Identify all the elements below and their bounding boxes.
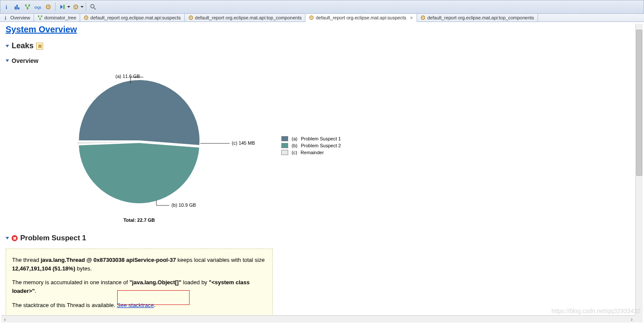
- tab-3[interactable]: default_report org.eclipse.mat.api:top_c…: [185, 14, 306, 22]
- svg-point-5: [28, 4, 30, 6]
- run-query-button[interactable]: [58, 2, 67, 12]
- tab-label: default_report org.eclipse.mat.api:suspe…: [90, 15, 181, 20]
- tab-label: Overview: [10, 15, 30, 20]
- toolbar: i OQL: [0, 0, 644, 14]
- tab-1[interactable]: dominator_tree: [34, 14, 80, 22]
- tab-5[interactable]: default_report org.eclipse.mat.api:top_c…: [417, 14, 538, 22]
- gear-button[interactable]: [44, 2, 53, 12]
- tab-0[interactable]: iOverview: [0, 14, 34, 22]
- gear2-button[interactable]: [71, 2, 81, 12]
- svg-rect-2: [16, 5, 18, 9]
- svg-point-26: [423, 17, 424, 19]
- toolbar-separator: [55, 3, 56, 11]
- run-query-menu[interactable]: [67, 2, 70, 12]
- tab-2[interactable]: default_report org.eclipse.mat.api:suspe…: [80, 14, 185, 22]
- svg-point-17: [41, 16, 43, 17]
- close-icon[interactable]: ✕: [410, 16, 413, 20]
- search-button[interactable]: [88, 2, 98, 12]
- svg-point-13: [91, 5, 94, 8]
- svg-text:OQL: OQL: [34, 6, 41, 9]
- histogram-button[interactable]: [12, 2, 22, 12]
- svg-point-24: [311, 17, 312, 19]
- svg-point-22: [190, 17, 191, 19]
- oql-button[interactable]: OQL: [33, 2, 43, 12]
- svg-point-6: [27, 8, 28, 9]
- svg-point-20: [86, 17, 87, 19]
- svg-point-9: [48, 6, 49, 8]
- tab-bar: iOverviewdominator_treedefault_report or…: [0, 14, 644, 22]
- svg-point-18: [39, 19, 41, 20]
- tab-label: default_report org.eclipse.mat.api:suspe…: [316, 15, 406, 20]
- tab-4[interactable]: default_report org.eclipse.mat.api:suspe…: [305, 14, 417, 22]
- info-button[interactable]: i: [2, 2, 12, 12]
- svg-point-16: [38, 16, 40, 17]
- gear2-menu[interactable]: [81, 2, 84, 12]
- svg-rect-3: [18, 7, 19, 9]
- svg-point-4: [25, 4, 27, 6]
- toolbar-separator-2: [86, 3, 86, 11]
- svg-point-12: [75, 6, 77, 8]
- dominator-tree-button[interactable]: [23, 2, 32, 12]
- svg-text:i: i: [5, 15, 6, 20]
- svg-rect-10: [63, 5, 65, 9]
- tab-label: default_report org.eclipse.mat.api:top_c…: [195, 15, 302, 20]
- svg-text:i: i: [6, 4, 7, 10]
- svg-line-14: [94, 8, 96, 9]
- svg-rect-1: [15, 6, 16, 9]
- tab-label: default_report org.eclipse.mat.api:top_c…: [427, 15, 534, 20]
- tab-label: dominator_tree: [44, 15, 76, 20]
